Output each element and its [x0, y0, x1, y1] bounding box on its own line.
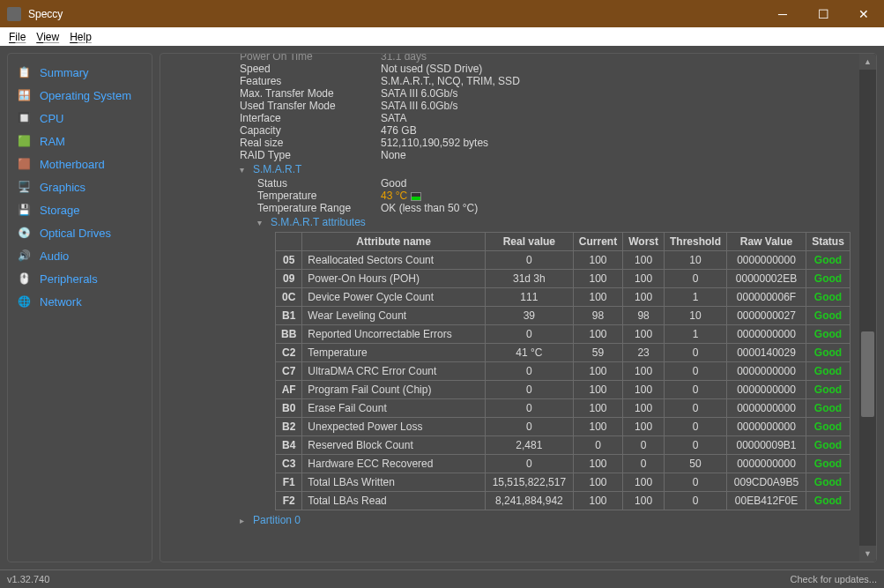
cell-attr: Erase Fail Count [302, 399, 486, 418]
cell-status: Good [806, 399, 851, 418]
cell-current: 100 [573, 288, 622, 307]
prop-value: Good [381, 177, 406, 190]
storage-icon: 💾 [17, 203, 31, 217]
cell-real: 0 [485, 362, 573, 381]
cell-status: Good [806, 455, 851, 473]
menu-file[interactable]: File [4, 31, 31, 43]
cell-threshold: 0 [664, 399, 726, 418]
cell-id: F1 [276, 473, 302, 492]
sidebar-item-network[interactable]: 🌐Network [8, 290, 152, 313]
cell-attr: Power-On Hours (POH) [302, 270, 486, 288]
prop-key: Real size [240, 137, 381, 149]
cell-attr: Reported Uncorrectable Errors [302, 325, 486, 344]
cell-raw: 0000000000 [727, 362, 806, 381]
cell-worst: 100 [623, 251, 665, 270]
sidebar-item-label: Operating System [40, 89, 131, 102]
menu-help[interactable]: Help [64, 31, 97, 43]
cell-real: 0 [485, 399, 573, 418]
cell-current: 0 [573, 436, 622, 455]
cell-current: 59 [573, 344, 622, 362]
prop-value: 512,110,190,592 bytes [381, 137, 488, 149]
window-title: Speccy [28, 8, 762, 20]
cell-raw: 0000000000 [727, 418, 806, 436]
cell-worst: 100 [623, 418, 665, 436]
sidebar-item-label: Graphics [40, 181, 85, 194]
cell-id: 05 [276, 251, 302, 270]
sidebar-item-peripherals[interactable]: 🖱️Peripherals [8, 267, 152, 290]
table-row: 05Reallocated Sectors Count0100100100000… [276, 251, 851, 270]
prop-value: SATA III 6.0Gb/s [381, 87, 458, 100]
statusbar: v1.32.740 Check for updates... [0, 569, 884, 588]
maximize-button[interactable]: ☐ [803, 0, 843, 27]
cell-current: 100 [573, 399, 622, 418]
smart-attrs-node[interactable]: ▾S.M.A.R.T attributes [257, 216, 851, 228]
close-button[interactable]: ✕ [843, 0, 884, 27]
cell-id: C3 [276, 455, 302, 473]
cell-real: 0 [485, 325, 573, 344]
cell-attr: Wear Leveling Count [302, 307, 486, 325]
peripherals-icon: 🖱️ [17, 272, 31, 286]
cell-raw: 00000002EB [727, 270, 806, 288]
node-label: S.M.A.R.T [253, 163, 301, 175]
table-row: B1Wear Leveling Count399898100000000027G… [276, 307, 851, 325]
sidebar-item-motherboard[interactable]: 🟫Motherboard [8, 153, 152, 175]
cell-attr: Reallocated Sectors Count [302, 251, 486, 270]
audio-icon: 🔊 [17, 249, 31, 263]
sidebar-item-graphics[interactable]: 🖥️Graphics [8, 175, 152, 198]
cell-worst: 100 [623, 325, 665, 344]
scroll-up-button[interactable]: ▲ [859, 54, 876, 70]
col-current: Current [573, 233, 622, 251]
cell-threshold: 10 [664, 251, 726, 270]
sidebar-item-os[interactable]: 🪟Operating System [8, 84, 152, 107]
cell-current: 100 [573, 381, 622, 399]
prop-key: Used Transfer Mode [240, 100, 381, 112]
smart-node[interactable]: ▾S.M.A.R.T [240, 163, 851, 175]
scroll-down-button[interactable]: ▼ [859, 546, 876, 562]
sidebar-item-storage[interactable]: 💾Storage [8, 198, 152, 221]
cell-threshold: 1 [664, 288, 726, 307]
scroll-track[interactable] [861, 70, 874, 546]
cell-threshold: 0 [664, 418, 726, 436]
caret-icon[interactable]: ▸ [240, 516, 249, 525]
cell-threshold: 0 [664, 473, 726, 492]
check-updates-link[interactable]: Check for updates... [791, 574, 877, 584]
caret-icon[interactable]: ▾ [257, 218, 266, 227]
cell-id: B1 [276, 307, 302, 325]
menu-view[interactable]: View [31, 31, 64, 43]
cell-real: 15,515,822,517 [485, 473, 573, 492]
table-row: C2Temperature41 °C592300000140029Good [276, 344, 851, 362]
cell-current: 100 [573, 455, 622, 473]
sidebar-item-label: Motherboard [40, 158, 105, 171]
cell-attr: Device Power Cycle Count [302, 288, 486, 307]
table-row: BBReported Uncorrectable Errors010010010… [276, 325, 851, 344]
cell-id: C7 [276, 362, 302, 381]
smart-table: Attribute name Real value Current Worst … [275, 232, 851, 510]
menubar: File View Help [0, 27, 884, 46]
sidebar-item-summary[interactable]: 📋Summary [8, 61, 152, 84]
cell-attr: UltraDMA CRC Error Count [302, 362, 486, 381]
content-area: Power On Time31.1 days SpeedNot used (SS… [160, 54, 859, 562]
caret-icon[interactable]: ▾ [240, 165, 249, 175]
sidebar-item-audio[interactable]: 🔊Audio [8, 244, 152, 267]
table-row: B2Unexpected Power Loss01001000000000000… [276, 418, 851, 436]
scrollbar[interactable]: ▲ ▼ [859, 54, 876, 562]
minimize-button[interactable]: ─ [762, 0, 803, 27]
motherboard-icon: 🟫 [17, 157, 31, 171]
prop-key: Capacity [240, 124, 381, 137]
sidebar-item-ram[interactable]: 🟩RAM [8, 130, 152, 153]
version-label: v1.32.740 [7, 574, 49, 584]
cell-worst: 100 [623, 381, 665, 399]
prop-value: S.M.A.R.T., NCQ, TRIM, SSD [381, 75, 520, 87]
partition-node[interactable]: ▸Partition 0 [240, 514, 851, 526]
cell-worst: 100 [623, 288, 665, 307]
cell-attr: Program Fail Count (Chip) [302, 381, 486, 399]
cell-raw: 0000000000 [727, 399, 806, 418]
sidebar-item-optical[interactable]: 💿Optical Drives [8, 221, 152, 244]
prop-key: Features [240, 75, 381, 87]
cell-worst: 0 [623, 455, 665, 473]
scroll-thumb[interactable] [861, 331, 874, 417]
cell-status: Good [806, 251, 851, 270]
cell-real: 31d 3h [485, 270, 573, 288]
sidebar-item-cpu[interactable]: 🔲CPU [8, 107, 152, 130]
cell-worst: 98 [623, 307, 665, 325]
